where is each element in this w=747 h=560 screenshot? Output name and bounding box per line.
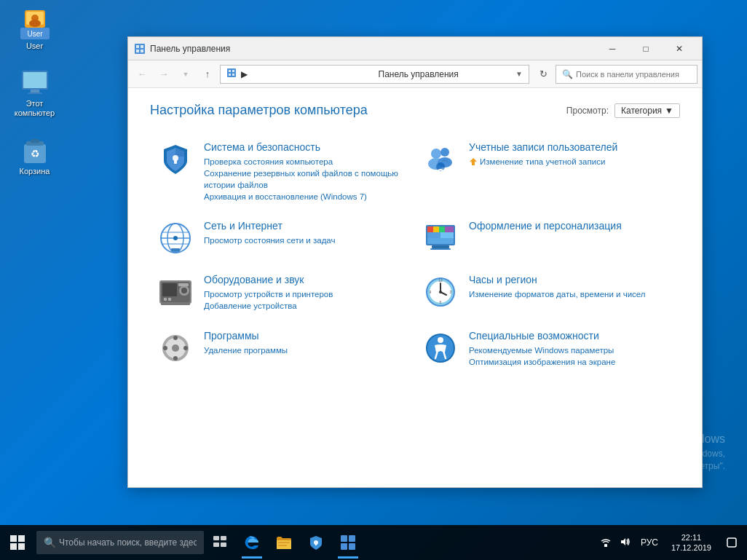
system-security-link-0[interactable]: Проверка состояния компьютера: [204, 156, 408, 167]
svg-rect-41: [427, 226, 433, 232]
svg-rect-58: [161, 302, 190, 305]
svg-point-36: [173, 236, 178, 240]
taskbar-search-icon: 🔍: [44, 537, 56, 548]
maximize-button[interactable]: □: [629, 37, 663, 60]
clock-icon: 12 3 6 9: [422, 274, 459, 310]
search-box[interactable]: 🔍: [556, 65, 697, 84]
programs-title[interactable]: Программы: [204, 330, 408, 342]
explorer-button[interactable]: [268, 525, 300, 560]
clock-link-0[interactable]: Изменение форматов даты, времени и чисел: [469, 288, 673, 300]
appearance-title[interactable]: Оформление и персонализация: [469, 220, 673, 232]
svg-point-74: [163, 346, 167, 350]
hardware-link-0[interactable]: Просмотр устройств и принтеров: [204, 288, 408, 300]
svg-point-64: [439, 291, 442, 293]
svg-rect-83: [10, 543, 17, 550]
programs-link-0[interactable]: Удаление программы: [204, 344, 408, 356]
category-system-security[interactable]: Система и безопасность Проверка состояни…: [150, 133, 415, 211]
tray-network-icon[interactable]: [597, 535, 614, 551]
controlpanel-taskbar-button[interactable]: [332, 525, 364, 560]
close-button[interactable]: ✕: [663, 37, 696, 60]
hardware-link-1[interactable]: Добавление устройства: [204, 300, 408, 312]
svg-rect-91: [278, 542, 290, 543]
desktop-icon-user[interactable]: User User: [7, 7, 62, 54]
taskbar: 🔍: [0, 525, 747, 560]
refresh-button[interactable]: ↻: [534, 65, 553, 84]
taskbar-search[interactable]: 🔍: [36, 531, 204, 554]
up-button[interactable]: ↑: [198, 65, 217, 84]
control-panel-window: Панель управления ─ □ ✕ ← → ▼ ↑: [127, 36, 703, 488]
svg-rect-17: [136, 50, 139, 52]
view-value: Категория: [621, 106, 662, 116]
security-button[interactable]: [300, 525, 332, 560]
back-button[interactable]: ←: [133, 65, 151, 84]
category-user-accounts[interactable]: Учетные записи пользователей Изменение т…: [415, 133, 680, 211]
view-button[interactable]: Категория ▼: [614, 103, 680, 118]
address-box[interactable]: ▶ Панель управления ▼: [220, 65, 529, 84]
titlebar: Панель управления ─ □ ✕: [128, 37, 702, 60]
tray-time: 22:11: [681, 532, 702, 543]
accessibility-link-0[interactable]: Рекомендуемые Windows параметры: [469, 344, 673, 356]
svg-text:9: 9: [430, 290, 432, 294]
svg-rect-46: [427, 232, 440, 238]
tray-clock[interactable]: 22:11 17.12.2019: [665, 532, 717, 553]
svg-point-54: [181, 288, 187, 293]
user-accounts-title[interactable]: Учетные записи пользователей: [469, 141, 673, 153]
taskbar-search-input[interactable]: [59, 537, 197, 548]
category-programs[interactable]: Программы Удаление программы: [150, 321, 415, 376]
system-security-link-1[interactable]: Сохранение резервных копий файлов с помо…: [204, 167, 408, 191]
category-hardware[interactable]: Оборудование и звук Просмотр устройств и…: [150, 265, 415, 320]
clock-info: Часы и регион Изменение форматов даты, в…: [469, 274, 673, 300]
svg-rect-55: [178, 283, 189, 286]
category-network[interactable]: Сеть и Интернет Просмотр состояния сети …: [150, 211, 415, 265]
accessibility-link-1[interactable]: Оптимизация изображения на экране: [469, 356, 673, 368]
svg-rect-49: [430, 248, 451, 250]
category-clock[interactable]: 12 3 6 9 Часы и регион Изменение формато…: [415, 265, 680, 320]
start-button[interactable]: [0, 525, 35, 560]
network-info: Сеть и Интернет Просмотр состояния сети …: [204, 220, 408, 246]
category-appearance[interactable]: Оформление и персонализация: [415, 211, 680, 265]
system-security-link-2[interactable]: Архивация и восстановление (Windows 7): [204, 191, 408, 202]
desktop-icon-this-pc[interactable]: Этоткомпьютер: [7, 65, 62, 121]
svg-text:♻: ♻: [30, 148, 39, 159]
svg-rect-16: [141, 45, 143, 48]
programs-info: Программы Удаление программы: [204, 330, 408, 356]
minimize-button[interactable]: ─: [596, 37, 629, 60]
svg-rect-95: [341, 535, 347, 542]
recent-button[interactable]: ▼: [176, 65, 195, 84]
svg-rect-87: [213, 543, 219, 547]
desktop: User User Этоткомпьютер: [0, 0, 747, 560]
window-icon: [134, 43, 146, 55]
svg-point-3: [29, 20, 41, 27]
view-dropdown-icon: ▼: [665, 106, 673, 116]
svg-rect-22: [229, 74, 231, 76]
hardware-title[interactable]: Оборудование и звук: [204, 274, 408, 285]
clock-title[interactable]: Часы и регион: [469, 274, 673, 285]
computer-icon: [20, 68, 50, 97]
svg-rect-7: [23, 72, 47, 88]
search-icon: 🔍: [562, 69, 573, 79]
taskview-button[interactable]: [204, 525, 236, 560]
hardware-icon: [157, 274, 194, 310]
tray-volume-icon[interactable]: [616, 535, 633, 551]
addressbar: ← → ▼ ↑ ▶ Панель управления ▼ ↻: [128, 60, 702, 88]
svg-rect-23: [232, 74, 234, 76]
window-title: Панель управления: [150, 44, 596, 54]
content-header: Настройка параметров компьютера Просмотр…: [150, 103, 680, 118]
network-title[interactable]: Сеть и Интернет: [204, 220, 408, 232]
search-input[interactable]: [576, 70, 691, 79]
notification-button[interactable]: [720, 525, 743, 560]
forward-button[interactable]: →: [154, 65, 173, 84]
user-icon: User: [20, 10, 50, 39]
user-accounts-link-0[interactable]: Изменение типа учетной записи: [480, 156, 605, 167]
svg-text:12: 12: [438, 278, 443, 283]
svg-rect-84: [18, 543, 25, 550]
tray-lang[interactable]: РУС: [636, 536, 663, 549]
category-accessibility[interactable]: Специальные возможности Рекомендуемые Wi…: [415, 321, 680, 376]
svg-rect-92: [278, 545, 287, 546]
address-dropdown[interactable]: ▼: [515, 70, 523, 78]
network-link-0[interactable]: Просмотр состояния сети и задач: [204, 234, 408, 246]
edge-button[interactable]: [236, 525, 268, 560]
desktop-icon-recycle[interactable]: ♻ Корзина: [7, 133, 62, 179]
accessibility-title[interactable]: Специальные возможности: [469, 330, 673, 342]
system-security-title[interactable]: Система и безопасность: [204, 141, 408, 153]
